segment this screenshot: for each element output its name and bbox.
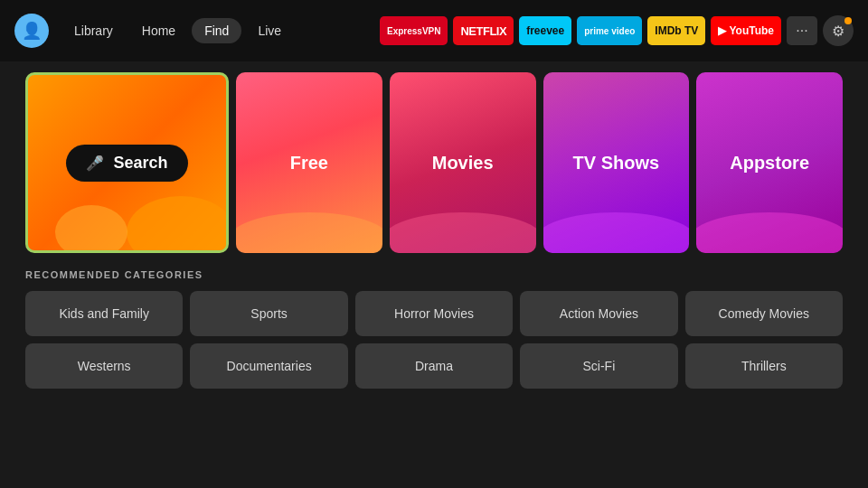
app-expressvpn[interactable]: ExpressVPN [380,16,448,45]
free-label: Free [290,153,328,174]
category-tile-sports[interactable]: Sports [190,291,347,336]
category-tile-kids-and-family[interactable]: Kids and Family [25,291,183,336]
appstore-label: Appstore [730,153,809,174]
main-content: 🎤 Search Free Movies TV Shows Appstore R… [0,61,868,399]
recommended-categories-section: RECOMMENDED CATEGORIES Kids and FamilySp… [25,269,843,389]
category-tile-drama[interactable]: Drama [355,343,513,389]
category-tile-documentaries[interactable]: Documentaries [190,343,347,389]
app-prime-video[interactable]: prime video [577,16,642,45]
nav-apps: ExpressVPN NETFLIX freevee prime video I… [380,15,854,46]
nav-links: Library Home Find Live [61,18,294,43]
more-apps-button[interactable]: ··· [787,16,817,45]
tvshows-label: TV Shows [573,153,660,174]
category-tile-horror-movies[interactable]: Horror Movies [355,291,513,336]
category-tile-sci-fi[interactable]: Sci-Fi [520,343,677,389]
nav-find[interactable]: Find [192,18,241,43]
top-nav: 👤 Library Home Find Live ExpressVPN NETF… [0,0,868,61]
free-tile[interactable]: Free [236,72,382,253]
categories-grid: Kids and FamilySportsHorror MoviesAction… [25,291,843,389]
category-tile-thrillers[interactable]: Thrillers [685,343,843,389]
app-freevee[interactable]: freevee [519,16,571,45]
category-tile-comedy-movies[interactable]: Comedy Movies [685,291,843,336]
settings-notification-dot [844,17,852,24]
category-tile-westerns[interactable]: Westerns [25,343,183,389]
nav-home[interactable]: Home [129,18,188,43]
tvshows-tile[interactable]: TV Shows [543,72,690,253]
search-label: Search [113,154,167,173]
movies-tile[interactable]: Movies [390,72,536,253]
mic-icon: 🎤 [86,155,104,172]
app-imdb-tv[interactable]: IMDb TV [647,16,705,45]
app-netflix[interactable]: NETFLIX [453,16,514,45]
app-youtube[interactable]: ▶ YouTube [711,16,781,45]
appstore-tile[interactable]: Appstore [696,72,843,253]
category-tile-action-movies[interactable]: Action Movies [520,291,677,336]
search-button[interactable]: 🎤 Search [66,145,187,182]
section-label: RECOMMENDED CATEGORIES [25,269,843,280]
avatar-icon: 👤 [22,21,42,41]
movies-blob-deco [390,212,536,253]
appstore-blob-deco [696,212,843,253]
settings-icon: ⚙ [832,23,844,40]
nav-library[interactable]: Library [61,18,126,43]
search-tile[interactable]: 🎤 Search [25,72,229,253]
hero-tiles: 🎤 Search Free Movies TV Shows Appstore [25,72,843,253]
movies-label: Movies [432,153,494,174]
settings-button[interactable]: ⚙ [823,15,854,46]
search-blob2-deco [55,205,127,253]
avatar[interactable]: 👤 [14,14,49,48]
tvshows-blob-deco [543,212,690,253]
free-blob-deco [236,212,382,253]
search-blob-deco [127,196,229,253]
nav-live[interactable]: Live [245,18,294,43]
